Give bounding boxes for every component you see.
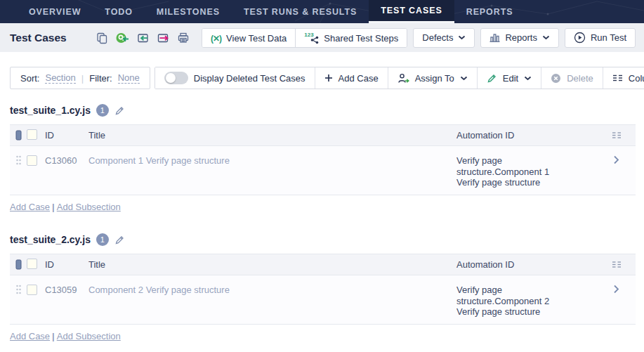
case-title-link[interactable]: Component 2 Verify page structure [88,285,230,295]
column-settings-icon[interactable] [607,261,636,268]
shared-steps-icon: 123 [304,33,319,44]
tab-test-cases[interactable]: TEST CASES [369,0,454,23]
cases-table: ID Title Automation ID C13060 Component [10,124,636,195]
display-deleted-toggle[interactable] [164,72,188,84]
table-header: ID Title Automation ID [10,124,636,146]
delete-button[interactable]: Delete [541,67,603,89]
section-add-links: Add Case|Add Subsection [10,331,636,342]
links-divider: | [52,331,55,341]
chevron-right-icon[interactable] [607,146,636,195]
chevron-down-icon [542,35,550,40]
table-header: ID Title Automation ID [10,254,636,275]
section-header-test-suite-2: test_suite_2.cy.js 1 [10,233,636,247]
case-id: C13059 [45,275,88,324]
tab-milestones[interactable]: MILESTONES [145,0,232,23]
test-data-button-group: (✕) View Test Data 123 Shared Test Steps [202,28,407,48]
column-header-title[interactable]: Title [88,130,456,141]
edit-section-icon[interactable] [114,235,125,245]
sort-value-link[interactable]: Section [45,72,75,84]
print-icon[interactable] [176,31,190,45]
assign-user-icon [397,73,409,84]
add-case-button[interactable]: Add Case [315,67,388,89]
case-actions-group: Display Deleted Test Cases Add Case Assi… [155,67,644,89]
select-all-checkbox[interactable] [27,259,37,269]
add-subsection-link[interactable]: Add Subsection [57,202,121,212]
edit-button[interactable]: Edit [477,67,541,89]
case-count-badge: 1 [96,233,109,246]
automation-id-value: Verify page structure.Component 2 Verify… [456,285,563,318]
columns-icon [612,74,623,82]
toggle-knob [166,73,176,83]
tab-test-runs-results[interactable]: TEST RUNS & RESULTS [232,0,369,23]
plus-icon [324,74,333,82]
drag-handle-icon[interactable] [10,146,27,195]
table-row: C13059 Component 2 Verify page structure… [10,275,636,325]
import-icon[interactable] [136,31,150,45]
view-test-data-button[interactable]: (✕) View Test Data [202,29,295,48]
section-add-links: Add Case|Add Subsection [10,202,636,213]
filter-row: Sort: Section | Filter: None Display Del… [10,67,636,89]
tab-overview[interactable]: OVERVIEW [17,0,93,23]
row-checkbox[interactable] [27,285,37,295]
column-header-id[interactable]: ID [45,259,88,270]
select-handle-icon[interactable] [10,259,27,270]
section-header-test-suite-1: test_suite_1.cy.js 1 [10,103,636,117]
add-case-link[interactable]: Add Case [10,331,50,341]
run-test-label: Run Test [591,32,626,43]
test-cases-page: OVERVIEW TODO MILESTONES TEST RUNS & RES… [0,0,644,352]
edit-section-icon[interactable] [114,105,125,116]
case-title-link[interactable]: Component 1 Verify page structure [88,155,230,166]
chevron-down-icon [458,35,466,40]
case-id: C13060 [45,146,88,195]
sort-filter-divider: | [81,73,84,84]
add-subsection-link[interactable]: Add Subsection [57,331,121,341]
select-all-checkbox[interactable] [27,129,37,140]
assign-to-button[interactable]: Assign To [388,67,477,89]
deleted-toggle-cell: Display Deleted Test Cases [155,67,315,89]
filter-value-link[interactable]: None [118,72,140,84]
reports-dropdown-button[interactable]: Reports [480,28,559,48]
shared-test-steps-button[interactable]: 123 Shared Test Steps [295,29,407,48]
display-deleted-label: Display Deleted Test Cases [194,73,305,84]
toolbar: Test Cases [0,23,644,52]
page-title: Test Cases [10,32,67,44]
column-header-id[interactable]: ID [45,130,88,141]
top-nav: OVERVIEW TODO MILESTONES TEST RUNS & RES… [0,0,644,23]
chevron-right-icon[interactable] [607,275,636,324]
tab-todo[interactable]: TODO [93,0,144,23]
case-count-badge: 1 [96,104,109,117]
column-header-automation-id[interactable]: Automation ID [456,259,607,270]
bar-chart-icon [489,33,500,42]
run-test-button[interactable]: Run Test [565,28,636,48]
filter-label: Filter: [89,73,112,84]
reports-label: Reports [505,32,537,43]
column-header-title[interactable]: Title [88,259,456,270]
play-icon [574,32,586,44]
sort-label: Sort: [20,73,39,84]
export-icon[interactable] [156,31,170,45]
automation-id-value: Verify page structure.Component 1 Verify… [456,155,563,188]
view-test-data-icon: (✕) [211,34,221,44]
table-row: C13060 Component 1 Verify page structure… [10,146,636,195]
defects-dropdown-button[interactable]: Defects [413,28,475,48]
column-settings-icon[interactable] [607,131,636,139]
select-handle-icon[interactable] [10,130,27,141]
columns-label: Columns [629,73,644,84]
columns-button[interactable]: Columns [603,67,644,89]
add-case-link[interactable]: Add Case [10,202,50,212]
chevron-down-icon [460,76,468,81]
automation-import-icon[interactable] [115,31,129,45]
section-name: test_suite_2.cy.js [10,234,91,245]
column-header-automation-id[interactable]: Automation ID [456,130,607,141]
row-checkbox[interactable] [27,155,37,166]
delete-x-icon [551,73,561,84]
toolbar-icon-group [95,31,190,45]
assign-to-label: Assign To [415,73,454,84]
defects-label: Defects [422,32,453,43]
shared-test-steps-label: Shared Test Steps [324,33,398,44]
links-divider: | [52,202,55,212]
copy-icon[interactable] [95,31,109,45]
section-name: test_suite_1.cy.js [10,105,91,116]
tab-reports[interactable]: REPORTS [454,0,525,23]
drag-handle-icon[interactable] [10,275,27,324]
